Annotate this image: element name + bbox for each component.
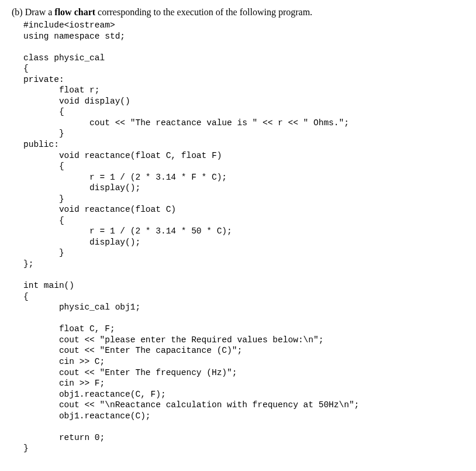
code-line: cout << "Enter The capacitance (C)";: [23, 346, 242, 355]
question-bold: flow chart: [54, 7, 95, 17]
code-line: };: [23, 259, 33, 269]
code-line: r = 1 / (2 * 3.14 * 50 * C);: [23, 226, 232, 236]
code-line: cout << "\nReactance calculation with fr…: [23, 400, 359, 410]
code-line: cout << "The reactance value is " << r <…: [23, 118, 349, 128]
code-line: int main(): [23, 281, 74, 290]
question-label: (b): [12, 7, 25, 17]
code-line: physic_cal obj1;: [23, 302, 140, 312]
code-line: {: [23, 107, 64, 116]
code-block: #include<iostream> using namespace std; …: [23, 20, 464, 454]
code-line: {: [23, 216, 64, 225]
code-line: void reactance(float C, float F): [23, 151, 222, 160]
question-prompt: (b) Draw a flow chart corresponding to t…: [12, 7, 464, 18]
code-line: void reactance(float C): [23, 205, 176, 214]
code-line: class physic_cal: [23, 53, 105, 63]
code-line: display();: [23, 238, 140, 247]
code-line: }: [23, 444, 29, 453]
code-line: using namespace std;: [23, 32, 125, 41]
question-suffix: corresponding to the execution of the fo…: [95, 7, 312, 17]
code-line: {: [23, 292, 29, 301]
code-line: return 0;: [23, 433, 105, 442]
code-line: }: [23, 248, 64, 257]
code-line: void display(): [23, 97, 130, 106]
code-line: public:: [23, 140, 59, 149]
code-line: obj1.reactance(C, F);: [23, 390, 166, 399]
code-line: cout << "Enter The frequency (Hz)";: [23, 368, 237, 377]
code-line: cin >> C;: [23, 357, 105, 366]
code-line: private:: [23, 75, 64, 84]
code-line: {: [23, 161, 64, 171]
code-line: r = 1 / (2 * 3.14 * F * C);: [23, 173, 227, 182]
question-prefix: Draw a: [25, 7, 55, 17]
code-line: display();: [23, 183, 140, 192]
code-line: {: [23, 64, 29, 73]
code-line: #include<iostream>: [23, 20, 115, 30]
code-line: float C, F;: [23, 324, 115, 334]
code-line: obj1.reactance(C);: [23, 411, 151, 421]
code-line: }: [23, 129, 64, 138]
code-line: }: [23, 194, 64, 204]
code-line: float r;: [23, 85, 100, 95]
code-line: cin >> F;: [23, 379, 105, 388]
code-line: cout << "please enter the Required value…: [23, 335, 323, 345]
